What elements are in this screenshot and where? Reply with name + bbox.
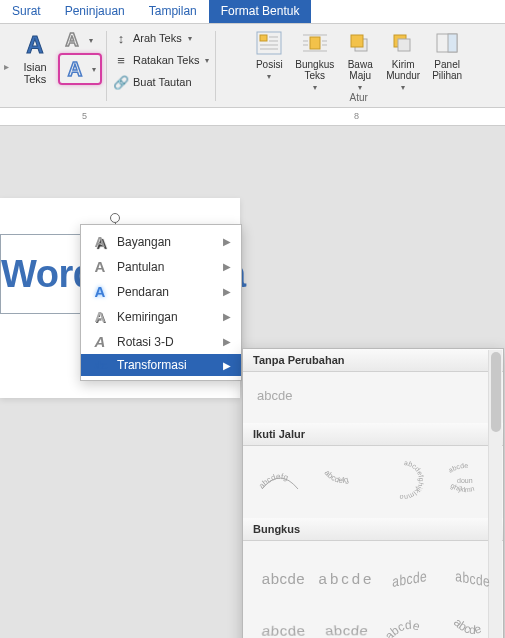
svg-text:abcdefghijklmno: abcdefghijklmno [399, 461, 425, 499]
chevron-right-icon: ▶ [223, 236, 231, 247]
svg-rect-16 [398, 39, 410, 51]
text-outline-button[interactable]: A ▾ [58, 27, 102, 53]
send-backward-button[interactable]: Kirim Mundur ▾ [380, 27, 426, 92]
chevron-down-icon: ▾ [401, 83, 405, 92]
chevron-down-icon: ▾ [358, 83, 362, 92]
rotation-3d-icon: A [91, 333, 109, 350]
svg-text:abcde: abcde [447, 462, 468, 474]
text-fill-label: Isian Teks [23, 61, 46, 85]
menu-item-shadow[interactable]: A Bayangan ▶ [81, 229, 241, 254]
position-icon [255, 29, 283, 57]
send-backward-label: Kirim Mundur [386, 59, 420, 81]
wordart-styles-group: A Isian Teks A ▾ A ▾ [14, 27, 106, 105]
transform-icon: abc [91, 360, 109, 371]
menu-item-bevel[interactable]: A Kemiringan ▶ [81, 304, 241, 329]
wrap-text-icon [301, 29, 329, 57]
menu-item-label: Rotasi 3-D [117, 335, 174, 349]
arrange-group-label: Atur [350, 92, 368, 105]
svg-text:doun: doun [457, 477, 473, 484]
wrap-text-label: Bungkus Teks [295, 59, 334, 81]
tab-surat[interactable]: Surat [0, 0, 53, 23]
scrollbar-thumb[interactable] [491, 352, 501, 432]
svg-rect-18 [448, 34, 457, 52]
shadow-icon: A [91, 233, 109, 250]
svg-rect-1 [260, 35, 267, 41]
selection-pane-icon [433, 29, 461, 57]
transform-option-circle[interactable]: abcdefghijklmno [381, 460, 427, 500]
chevron-right-icon: ▶ [223, 360, 231, 371]
reflection-icon: A [91, 258, 109, 275]
chevron-down-icon: ▾ [86, 27, 96, 53]
gallery-section-follow-path: Ikuti Jalur [243, 423, 503, 446]
chevron-right-icon: ▶ [223, 286, 231, 297]
text-direction-label: Arah Teks [133, 32, 182, 44]
menu-item-label: Bayangan [117, 235, 171, 249]
ribbon-overflow-left[interactable]: ▸ [4, 27, 14, 105]
menu-item-3d-rotation[interactable]: A Rotasi 3-D ▶ [81, 329, 241, 354]
chevron-right-icon: ▶ [223, 311, 231, 322]
chevron-down-icon: ▾ [89, 56, 99, 82]
transform-option-none[interactable]: abcde [253, 380, 493, 415]
selection-pane-button[interactable]: Panel Pilihan [426, 27, 468, 81]
position-label: Posisi [256, 59, 283, 70]
menu-item-transform[interactable]: abc Transformasi ▶ [81, 354, 241, 376]
bring-forward-button[interactable]: Bawa Maju ▾ [340, 27, 380, 92]
rotate-handle[interactable] [110, 213, 120, 223]
fill-a-icon: A [18, 29, 52, 61]
gallery-section-warp: Bungkus [243, 518, 503, 541]
text-direction-button[interactable]: ↕ Arah Teks ▾ [111, 27, 194, 49]
effects-a-icon: A [61, 56, 89, 82]
transform-warp-option[interactable]: abcde [257, 557, 310, 599]
transform-option-arch-up[interactable]: abcdefg [257, 460, 303, 500]
wrap-text-button[interactable]: Bungkus Teks ▾ [289, 27, 340, 92]
outline-a-icon: A [58, 27, 86, 53]
tab-peninjauan[interactable]: Peninjauan [53, 0, 137, 23]
bring-forward-label: Bawa Maju [348, 59, 373, 81]
svg-text:abcde: abcde [386, 618, 422, 638]
link-icon: 🔗 [113, 74, 129, 90]
create-link-button[interactable]: 🔗 Buat Tautan [111, 71, 194, 93]
svg-rect-6 [310, 37, 320, 49]
glow-icon: A [91, 283, 109, 300]
transform-gallery: Tanpa Perubahan abcde Ikuti Jalur abcdef… [242, 348, 504, 638]
chevron-down-icon: ▾ [267, 72, 271, 81]
menu-item-label: Transformasi [117, 358, 187, 372]
transform-warp-option[interactable]: abcde [320, 557, 373, 599]
text-effects-button-highlighted[interactable]: A ▾ [58, 53, 102, 85]
transform-option-arch-down[interactable]: abcdefg [319, 460, 365, 500]
menu-item-glow[interactable]: A Pendaran ▶ [81, 279, 241, 304]
menu-item-reflection[interactable]: A Pantulan ▶ [81, 254, 241, 279]
svg-rect-14 [351, 35, 363, 47]
gallery-section-no-transform: Tanpa Perubahan [243, 349, 503, 372]
chevron-right-icon: ▶ [223, 261, 231, 272]
position-button[interactable]: Posisi ▾ [249, 27, 289, 81]
align-text-label: Ratakan Teks [133, 54, 199, 66]
scrollbar[interactable] [488, 350, 502, 638]
transform-warp-option[interactable]: abcde [320, 609, 373, 638]
svg-text:abcde: abcde [450, 615, 482, 637]
align-text-icon: ≡ [113, 52, 129, 68]
chevron-down-icon: ▾ [313, 83, 317, 92]
text-layout-group: ↕ Arah Teks ▾ ≡ Ratakan Teks ▾ 🔗 Buat Ta… [107, 27, 215, 105]
transform-warp-option[interactable]: abcde [257, 609, 310, 638]
chevron-down-icon: ▾ [188, 34, 192, 43]
chevron-right-icon: ▶ [223, 336, 231, 347]
send-backward-icon [389, 29, 417, 57]
transform-warp-option[interactable]: abcde [383, 557, 436, 599]
transform-warp-option[interactable]: abcde [383, 609, 436, 638]
tab-tampilan[interactable]: Tampilan [137, 0, 209, 23]
text-direction-icon: ↕ [113, 30, 129, 46]
transform-option-button[interactable]: abcdeghijklmndoun [443, 460, 489, 500]
arrange-group: Posisi ▾ Bungkus Teks ▾ Bawa Maju ▾ [216, 27, 501, 105]
menu-item-label: Kemiringan [117, 310, 178, 324]
svg-text:abcdefg: abcdefg [323, 468, 350, 485]
ribbon: ▸ A Isian Teks A ▾ A ▾ [0, 24, 505, 108]
ribbon-tab-bar: Surat Peninjauan Tampilan Format Bentuk [0, 0, 505, 24]
align-text-button[interactable]: ≡ Ratakan Teks ▾ [111, 49, 211, 71]
tab-format-bentuk[interactable]: Format Bentuk [209, 0, 312, 23]
create-link-label: Buat Tautan [133, 76, 192, 88]
chevron-down-icon: ▾ [205, 56, 209, 65]
text-fill-button[interactable]: A Isian Teks [18, 27, 52, 85]
svg-text:abcdefg: abcdefg [258, 472, 289, 490]
bring-forward-icon [346, 29, 374, 57]
